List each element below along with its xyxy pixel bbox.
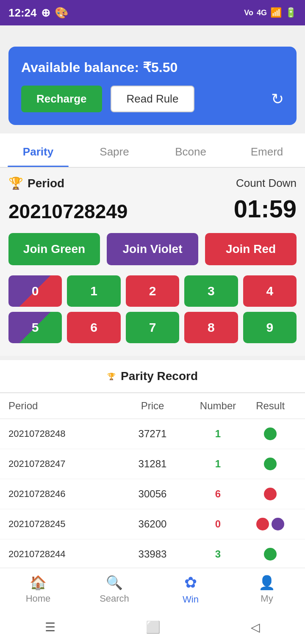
countdown-timer: 01:59 xyxy=(234,194,297,223)
tab-bar: Parity Sapre Bcone Emerd xyxy=(0,133,305,168)
col-period: Period xyxy=(8,400,113,412)
table-row: 20210728246 30056 6 xyxy=(0,479,305,509)
number-button-1[interactable]: 1 xyxy=(67,275,120,307)
row4-period: 20210728245 xyxy=(8,519,113,530)
tab-sapre[interactable]: Sapre xyxy=(76,133,152,167)
android-back-icon[interactable]: ◁ xyxy=(251,620,260,634)
table-row: 20210728247 31281 1 xyxy=(0,449,305,479)
balance-text: Available balance: ₹5.50 xyxy=(21,59,284,75)
dot-green xyxy=(264,427,277,440)
record-trophy-icon: 🏆 xyxy=(107,372,116,380)
row5-result xyxy=(244,548,297,561)
row5-price: 33983 xyxy=(113,548,191,560)
record-table: Period Price Number Result 20210728248 3… xyxy=(0,393,305,569)
number-button-7[interactable]: 7 xyxy=(126,312,179,343)
join-red-button[interactable]: Join Red xyxy=(205,233,297,265)
join-buttons: Join Green Join Violet Join Red xyxy=(8,233,297,265)
number-button-4[interactable]: 4 xyxy=(243,275,297,307)
signal-bars: 📶 xyxy=(270,7,282,18)
trophy-icon: 🏆 xyxy=(8,176,23,190)
table-row: 20210728245 36200 0 xyxy=(0,509,305,539)
number-button-8[interactable]: 8 xyxy=(184,312,238,343)
nav-win-label: Win xyxy=(183,594,199,605)
row1-price: 37271 xyxy=(113,428,191,440)
col-result: Result xyxy=(244,400,297,412)
nav-my[interactable]: 👤 My xyxy=(229,568,305,610)
period-number: 20210728249 xyxy=(8,200,128,223)
number-button-2[interactable]: 2 xyxy=(126,275,179,307)
table-row: 20210728248 37271 1 xyxy=(0,419,305,449)
android-menu-icon[interactable]: ☰ xyxy=(45,620,55,634)
battery-icon: 🔋 xyxy=(285,7,297,18)
nav-my-label: My xyxy=(261,593,273,604)
row3-price: 30056 xyxy=(113,488,191,500)
dot-green xyxy=(264,548,277,561)
row2-number: 1 xyxy=(192,458,244,470)
home-icon: 🏠 xyxy=(30,575,47,591)
read-rule-button[interactable]: Read Rule xyxy=(111,86,195,112)
app-icon-2: 🎨 xyxy=(55,6,68,19)
tab-bcone[interactable]: Bcone xyxy=(152,133,229,167)
tab-emerd[interactable]: Emerd xyxy=(229,133,305,167)
row5-period: 20210728244 xyxy=(8,549,113,560)
row4-result xyxy=(244,518,297,530)
period-label: 🏆 Period xyxy=(8,176,64,190)
game-section: 🏆 Period Count Down 20210728249 01:59 Jo… xyxy=(0,168,305,356)
dot-red xyxy=(264,488,277,500)
row5-number: 3 xyxy=(192,548,244,560)
number-button-6[interactable]: 6 xyxy=(67,312,120,343)
win-icon: ✿ xyxy=(184,574,197,591)
row2-result xyxy=(244,458,297,470)
bottom-navigation: 🏠 Home 🔍 Search ✿ Win 👤 My xyxy=(0,568,305,610)
refresh-icon[interactable]: ↻ xyxy=(271,90,284,108)
dot-red xyxy=(256,518,269,530)
vo-icon: Vo xyxy=(244,8,253,17)
nav-search-label: Search xyxy=(100,593,129,604)
number-grid: 0 1 2 3 4 5 6 7 8 9 xyxy=(8,275,297,343)
android-nav-bar: ☰ ⬜ ◁ xyxy=(0,610,305,644)
countdown-label: Count Down xyxy=(236,177,297,190)
nav-home[interactable]: 🏠 Home xyxy=(0,568,76,610)
number-button-0[interactable]: 0 xyxy=(8,275,62,307)
number-button-3[interactable]: 3 xyxy=(184,275,238,307)
search-icon: 🔍 xyxy=(106,575,123,591)
nav-win[interactable]: ✿ Win xyxy=(152,568,229,610)
nav-search[interactable]: 🔍 Search xyxy=(76,568,152,610)
dot-violet xyxy=(272,518,284,530)
number-button-9[interactable]: 9 xyxy=(243,312,297,343)
row3-number: 6 xyxy=(192,488,244,500)
col-price: Price xyxy=(113,400,191,412)
table-header: Period Price Number Result xyxy=(0,393,305,419)
app-icon-1: ⊕ xyxy=(41,6,50,19)
signal-4g: 4G xyxy=(257,8,267,17)
android-home-icon[interactable]: ⬜ xyxy=(146,620,161,634)
row2-price: 31281 xyxy=(113,458,191,470)
row1-period: 20210728248 xyxy=(8,428,113,439)
recharge-button[interactable]: Recharge xyxy=(21,86,102,112)
record-header: 🏆 Parity Record xyxy=(0,360,305,393)
status-bar: 12:24 ⊕ 🎨 Vo 4G 📶 🔋 xyxy=(0,0,305,25)
record-section: 🏆 Parity Record Period Price Number Resu… xyxy=(0,360,305,569)
nav-home-label: Home xyxy=(26,593,51,604)
tab-parity[interactable]: Parity xyxy=(0,133,76,167)
balance-card: Available balance: ₹5.50 Recharge Read R… xyxy=(8,47,297,125)
record-title: Parity Record xyxy=(121,369,198,383)
row2-period: 20210728247 xyxy=(8,458,113,469)
row1-number: 1 xyxy=(192,428,244,440)
table-row: 20210728244 33983 3 xyxy=(0,539,305,569)
join-violet-button[interactable]: Join Violet xyxy=(107,233,198,265)
time-display: 12:24 xyxy=(8,6,37,19)
header-spacer xyxy=(0,25,305,47)
number-button-5[interactable]: 5 xyxy=(8,312,62,343)
join-green-button[interactable]: Join Green xyxy=(8,233,100,265)
row3-period: 20210728246 xyxy=(8,489,113,500)
row3-result xyxy=(244,488,297,500)
row4-price: 36200 xyxy=(113,518,191,530)
row1-result xyxy=(244,427,297,440)
dot-green xyxy=(264,458,277,470)
col-number: Number xyxy=(192,400,244,412)
row4-number: 0 xyxy=(192,518,244,530)
my-icon: 👤 xyxy=(258,575,275,591)
